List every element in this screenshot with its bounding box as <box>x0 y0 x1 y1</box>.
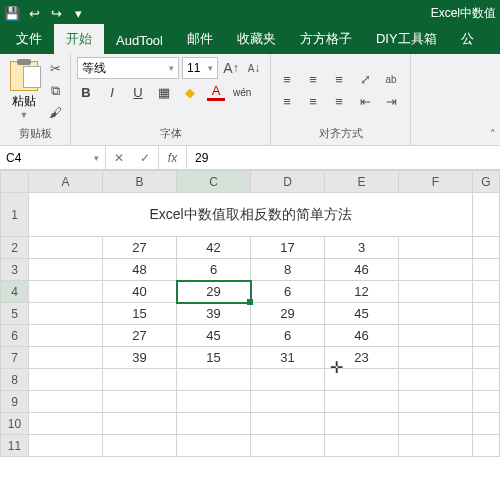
cell[interactable]: 6 <box>251 325 325 347</box>
cell[interactable]: 3 <box>325 237 399 259</box>
cell[interactable]: 6 <box>177 259 251 281</box>
row-header[interactable]: 5 <box>1 303 29 325</box>
cell[interactable]: 15 <box>103 303 177 325</box>
font-color-button[interactable]: A <box>207 83 225 101</box>
tab-public[interactable]: 公 <box>449 24 486 54</box>
row-header[interactable]: 11 <box>1 435 29 457</box>
align-group-label: 对齐方式 <box>277 124 404 143</box>
col-header-D[interactable]: D <box>251 171 325 193</box>
copy-icon[interactable]: ⧉ <box>46 82 64 100</box>
cell[interactable]: 12 <box>325 281 399 303</box>
cell[interactable]: 46 <box>325 325 399 347</box>
qat-more-icon[interactable]: ▾ <box>70 5 86 21</box>
row-header[interactable]: 7 <box>1 347 29 369</box>
align-center-icon[interactable]: ≡ <box>303 94 323 110</box>
cell[interactable]: 27 <box>103 237 177 259</box>
row-header[interactable]: 8 <box>1 369 29 391</box>
cell[interactable]: 45 <box>177 325 251 347</box>
cell[interactable]: 8 <box>251 259 325 281</box>
font-name-select[interactable]: 等线▾ <box>77 57 179 79</box>
format-painter-icon[interactable]: 🖌 <box>46 104 64 122</box>
title-cell[interactable]: Excel中数值取相反数的简单方法 <box>29 193 473 237</box>
formula-bar[interactable]: 29 <box>187 146 500 169</box>
window-title: Excel中数值 <box>431 5 496 22</box>
name-box[interactable]: C4▾ <box>0 146 106 169</box>
align-bottom-icon[interactable]: ≡ <box>329 72 349 88</box>
cell[interactable]: 40 <box>103 281 177 303</box>
cell[interactable]: 39 <box>103 347 177 369</box>
cancel-formula-icon[interactable]: ✕ <box>106 151 132 165</box>
phonetic-button[interactable]: wén <box>233 87 251 98</box>
cell[interactable]: 48 <box>103 259 177 281</box>
row-header[interactable]: 10 <box>1 413 29 435</box>
wrap-text-button[interactable]: ab <box>381 72 401 88</box>
align-top-icon[interactable]: ≡ <box>277 72 297 88</box>
tab-diy[interactable]: DIY工具箱 <box>364 24 449 54</box>
fx-icon[interactable]: fx <box>159 146 187 169</box>
cell[interactable]: 6 <box>251 281 325 303</box>
tab-favorites[interactable]: 收藏夹 <box>225 24 288 54</box>
col-header-F[interactable]: F <box>399 171 473 193</box>
tab-square[interactable]: 方方格子 <box>288 24 364 54</box>
clipboard-group-label: 剪贴板 <box>6 124 64 143</box>
undo-icon[interactable]: ↩ <box>26 5 42 21</box>
tab-file[interactable]: 文件 <box>4 24 54 54</box>
underline-button[interactable]: U <box>129 85 147 100</box>
paste-dropdown-icon[interactable]: ▼ <box>20 110 29 120</box>
font-size-select[interactable]: 11▾ <box>182 57 218 79</box>
row-header[interactable]: 6 <box>1 325 29 347</box>
collapse-ribbon-icon[interactable]: ˄ <box>490 128 496 141</box>
save-icon[interactable]: 💾 <box>4 5 20 21</box>
cell[interactable]: 17 <box>251 237 325 259</box>
fill-color-button[interactable]: ◆ <box>181 85 199 100</box>
align-right-icon[interactable]: ≡ <box>329 94 349 110</box>
clipboard-icon <box>10 61 38 91</box>
select-all-corner[interactable] <box>1 171 29 193</box>
cell[interactable]: 27 <box>103 325 177 347</box>
grow-font-button[interactable]: A↑ <box>221 57 241 79</box>
row-header[interactable]: 4 <box>1 281 29 303</box>
italic-button[interactable]: I <box>103 85 121 100</box>
col-header-B[interactable]: B <box>103 171 177 193</box>
paste-button[interactable]: 粘贴 ▼ <box>6 61 42 120</box>
bold-button[interactable]: B <box>77 85 95 100</box>
enter-formula-icon[interactable]: ✓ <box>132 151 158 165</box>
row-header[interactable]: 2 <box>1 237 29 259</box>
tab-audtool[interactable]: AudTool <box>104 27 175 54</box>
row-header[interactable]: 3 <box>1 259 29 281</box>
font-group-label: 字体 <box>77 124 264 143</box>
paste-label: 粘贴 <box>12 93 36 110</box>
align-middle-icon[interactable]: ≡ <box>303 72 323 88</box>
row-header[interactable]: 9 <box>1 391 29 413</box>
cell[interactable]: 23 <box>325 347 399 369</box>
redo-icon[interactable]: ↪ <box>48 5 64 21</box>
cell-selected[interactable]: 29 <box>177 281 251 303</box>
shrink-font-button[interactable]: A↓ <box>244 57 264 79</box>
tab-home[interactable]: 开始 <box>54 24 104 54</box>
cut-icon[interactable]: ✂ <box>46 60 64 78</box>
col-header-C[interactable]: C <box>177 171 251 193</box>
cell[interactable]: 15 <box>177 347 251 369</box>
cell[interactable]: 29 <box>251 303 325 325</box>
indent-increase-icon[interactable]: ⇥ <box>381 94 401 110</box>
cell[interactable]: 42 <box>177 237 251 259</box>
col-header-G[interactable]: G <box>473 171 500 193</box>
orientation-icon[interactable]: ⤢ <box>355 72 375 88</box>
cell[interactable]: 46 <box>325 259 399 281</box>
row-header[interactable]: 1 <box>1 193 29 237</box>
cell[interactable]: 45 <box>325 303 399 325</box>
tab-mail[interactable]: 邮件 <box>175 24 225 54</box>
spreadsheet-grid[interactable]: A B C D E F G 1Excel中数值取相反数的简单方法 2274217… <box>0 170 500 457</box>
indent-decrease-icon[interactable]: ⇤ <box>355 94 375 110</box>
cell[interactable]: 39 <box>177 303 251 325</box>
col-header-A[interactable]: A <box>29 171 103 193</box>
border-button[interactable]: ▦ <box>155 85 173 100</box>
col-header-E[interactable]: E <box>325 171 399 193</box>
align-left-icon[interactable]: ≡ <box>277 94 297 110</box>
cell[interactable]: 31 <box>251 347 325 369</box>
